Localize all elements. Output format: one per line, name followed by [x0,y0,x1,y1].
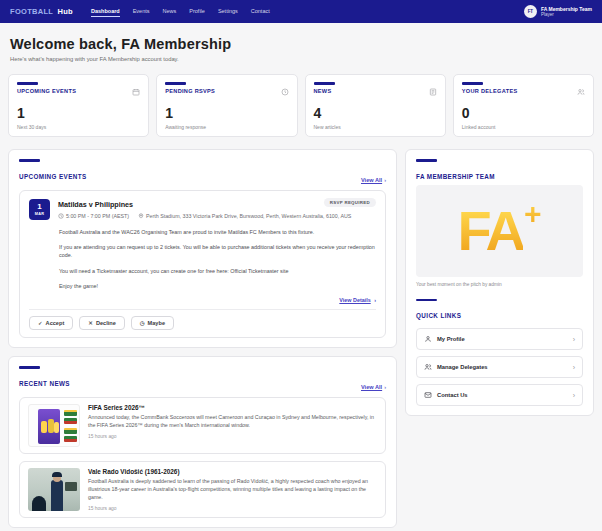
stat-sub: Next 30 days [17,124,140,130]
main-nav: Dashboard Events News Profile Settings C… [91,6,270,17]
event-time: 5:00 PM - 7:00 PM (AEST) [58,213,129,220]
recent-news-panel: RECENT NEWS View All› FIFA Series 2026™ … [8,356,397,528]
accent-bar [19,366,40,369]
chevron-right-icon: › [384,177,386,183]
chevron-right-icon: › [573,392,575,399]
news-thumbnail [28,404,80,447]
nav-item-events[interactable]: Events [133,6,150,17]
welcome-section: Welcome back, FA Membership Here's what'… [0,23,602,68]
stat-card-your-delegates: YOUR DELEGATES 0 Linked account [453,74,594,137]
news-title: Vale Rado Vidošić (1961-2026) [88,468,377,475]
logo-secondary: Hub [57,7,72,16]
accent-bar [165,82,186,85]
stat-card-news: NEWS 4 New articles [305,74,446,137]
rsvp-actions: ✓ Accept ✕ Decline ◷ Maybe [29,309,376,330]
stat-card-upcoming-events: UPCOMING EVENTS 1 Next 30 days [8,74,149,137]
event-description-paragraph: You will need a Ticketmaster account, yo… [59,267,376,275]
news-thumbnail [28,468,80,511]
x-icon: ✕ [88,320,93,326]
quick-link-manage-delegates[interactable]: Manage Delegates › [416,356,583,378]
app-logo[interactable]: FOOTBALL Hub [10,7,73,16]
right-column: FA MEMBERSHIP TEAM FA + Your best moment… [405,149,594,416]
stats-row: UPCOMING EVENTS 1 Next 30 days PENDING R… [8,74,594,137]
people-icon [424,363,432,371]
stat-card-pending-rsvps: PENDING RSVPS 1 Awaiting response [156,74,297,137]
quick-links-header: QUICK LINKS [416,299,583,323]
stat-value: 0 [462,105,585,121]
nav-item-contact[interactable]: Contact [251,6,270,17]
quick-link-my-profile[interactable]: My Profile › [416,328,583,350]
location-pin-icon [138,213,144,220]
page-title: Welcome back, FA Membership [10,36,592,52]
nav-item-news[interactable]: News [163,6,177,17]
dashboard-page: FOOTBALL Hub Dashboard Events News Profi… [0,0,602,531]
avatar: FT [524,5,537,18]
check-icon: ✓ [38,320,43,326]
stat-value: 1 [165,105,288,121]
accent-bar [19,159,40,162]
stat-label: YOUR DELEGATES [462,88,518,94]
stat-sub: Awaiting response [165,124,288,130]
quick-link-contact-us[interactable]: Contact Us › [416,384,583,406]
mail-icon [424,391,432,399]
top-navbar: FOOTBALL Hub Dashboard Events News Profi… [0,0,602,23]
nav-item-settings[interactable]: Settings [218,6,238,17]
event-month: MAR [35,212,45,216]
news-timestamp: 15 hours ago [88,506,377,511]
membership-media: FA + [416,185,583,277]
stat-value: 1 [17,105,140,121]
page-subtitle: Here's what's happening with your FA Mem… [10,56,592,62]
stat-sub: New articles [314,124,437,130]
chevron-right-icon: › [573,336,575,343]
user-role: Player [541,12,592,18]
event-date-badge: 1 MAR [29,199,50,220]
quick-link-label: Manage Delegates [437,364,488,370]
event-location: Perth Stadium, 333 Victoria Park Drive, … [138,213,351,220]
news-timestamp: 15 hours ago [88,434,377,439]
people-icon [577,82,585,100]
stat-value: 4 [314,105,437,121]
membership-team-panel: FA MEMBERSHIP TEAM FA + Your best moment… [405,149,594,416]
stat-label: PENDING RSVPS [165,88,215,94]
stat-sub: Linked account [462,124,585,130]
stat-label: NEWS [314,88,335,94]
fa-plus-logo: FA + [457,203,541,259]
nav-item-profile[interactable]: Profile [189,6,205,17]
accent-bar [314,82,335,85]
rsvp-required-badge: RSVP REQUIRED [324,198,376,207]
event-description-paragraph: If you are attending you can request up … [59,243,376,260]
calendar-icon [132,82,140,100]
event-card: RSVP REQUIRED 1 MAR Matildas v Philippin… [19,190,386,339]
person-icon [424,335,432,343]
view-all-news-link[interactable]: View All› [361,384,386,390]
left-column: UPCOMING EVENTS View All› RSVP REQUIRED … [8,149,397,528]
chevron-right-icon: › [384,384,386,390]
section-title: FA MEMBERSHIP TEAM [416,173,495,180]
section-title: QUICK LINKS [416,312,461,319]
event-day: 1 [37,203,41,211]
news-item-vale-rado[interactable]: Vale Rado Vidošić (1961-2026) Football A… [19,461,386,518]
user-menu[interactable]: FT FA Membership Team Player [524,5,592,18]
quick-link-label: My Profile [437,336,465,342]
media-caption: Your best moment on the pitch by admin [416,282,583,287]
view-details-link[interactable]: View Details › [29,297,376,303]
view-all-events-link[interactable]: View All› [361,177,386,183]
event-description-paragraph: Enjoy the game! [59,282,376,290]
news-item-fifa-series[interactable]: FIFA Series 2026™ Announced today, the C… [19,397,386,454]
logo-primary: FOOTBALL [10,7,53,16]
news-icon [429,82,437,100]
news-description: Football Australia is deeply saddened to… [88,478,377,502]
section-title: UPCOMING EVENTS [19,173,87,180]
decline-button[interactable]: ✕ Decline [79,316,125,330]
accept-button[interactable]: ✓ Accept [29,316,73,330]
accent-bar [416,159,437,162]
section-title: RECENT NEWS [19,380,70,387]
maybe-button[interactable]: ◷ Maybe [131,316,174,330]
event-description: Football Australia and the WAC26 Organis… [59,228,376,291]
upcoming-events-panel: UPCOMING EVENTS View All› RSVP REQUIRED … [8,149,397,348]
nav-item-dashboard[interactable]: Dashboard [91,6,120,17]
clock-icon [58,213,64,220]
event-description-paragraph: Football Australia and the WAC26 Organis… [59,228,376,236]
news-title: FIFA Series 2026™ [88,404,377,411]
accent-bar [416,299,437,302]
